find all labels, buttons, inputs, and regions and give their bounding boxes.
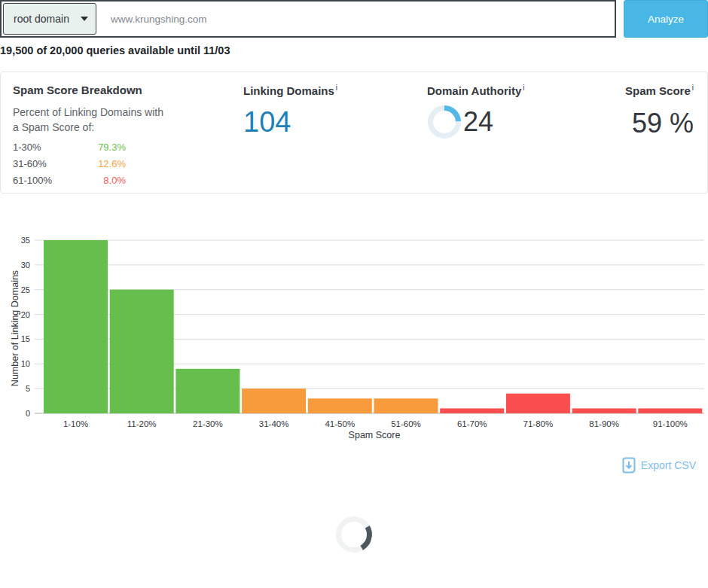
linking-domains-value: 104 — [243, 108, 427, 136]
breakdown-rows: 1-30% 79.3% 31-60% 12.6% 61-100% 8.0% — [13, 142, 243, 186]
loading-spinner-icon — [332, 513, 377, 557]
bar[interactable] — [506, 394, 570, 413]
bar[interactable] — [242, 388, 306, 413]
spam-score-value: 59 % — [596, 108, 694, 139]
breakdown-percent-value: 12.6% — [72, 158, 126, 169]
bar[interactable] — [110, 290, 174, 413]
breakdown-row: 61-100% 8.0% — [13, 175, 243, 186]
svg-text:51-60%: 51-60% — [391, 419, 421, 428]
breakdown-range-label: 31-60% — [13, 158, 72, 169]
breakdown-title: Spam Score Breakdown — [13, 84, 243, 96]
svg-text:71-80%: 71-80% — [523, 419, 554, 428]
domain-authority-value: 24 — [463, 106, 493, 138]
svg-text:30: 30 — [21, 260, 30, 270]
domain-authority-ring-icon — [427, 105, 462, 139]
domain-authority-label: Domain Authority — [427, 84, 521, 97]
export-csv-button[interactable]: Export CSV — [0, 457, 708, 474]
breakdown-percent-value: 79.3% — [72, 142, 126, 153]
info-icon[interactable]: i — [336, 84, 337, 92]
breakdown-row: 1-30% 79.3% — [13, 142, 243, 153]
spam-score-chart-area: 051015202530351-10%11-20%21-30%31-40%41-… — [0, 225, 708, 445]
svg-text:10: 10 — [21, 359, 30, 368]
svg-text:15: 15 — [21, 334, 30, 343]
svg-text:81-90%: 81-90% — [589, 419, 619, 428]
svg-text:1-10%: 1-10% — [63, 419, 88, 428]
svg-text:11-20%: 11-20% — [127, 419, 157, 428]
breakdown-percent-value: 8.0% — [72, 175, 126, 186]
bar[interactable] — [638, 408, 702, 413]
svg-text:Number of Linking Domains: Number of Linking Domains — [10, 270, 20, 386]
linking-domains-stat: Linking Domainsi 104 — [243, 84, 427, 136]
breakdown-range-label: 1-30% — [13, 142, 72, 153]
bar[interactable] — [308, 398, 372, 413]
bar[interactable] — [572, 408, 636, 413]
export-csv-label: Export CSV — [641, 459, 696, 471]
svg-text:41-50%: 41-50% — [325, 419, 355, 428]
chevron-down-icon — [81, 17, 88, 21]
search-box: root domain — [0, 0, 616, 38]
bar[interactable] — [44, 240, 108, 413]
summary-card: Spam Score Breakdown Percent of Linking … — [0, 72, 708, 193]
bar[interactable] — [440, 408, 504, 413]
bar[interactable] — [374, 398, 438, 413]
info-icon[interactable]: i — [523, 84, 524, 92]
svg-text:Spam Score: Spam Score — [349, 430, 401, 440]
svg-text:21-30%: 21-30% — [193, 419, 223, 428]
svg-text:31-40%: 31-40% — [259, 419, 289, 428]
bar[interactable] — [175, 369, 240, 413]
svg-text:35: 35 — [21, 236, 30, 245]
spam-score-stat: Spam Scorei 59 % — [596, 84, 694, 139]
domain-authority-stat: Domain Authorityi 24 — [427, 84, 596, 139]
svg-text:91-100%: 91-100% — [653, 419, 688, 428]
linking-domains-label: Linking Domains — [243, 84, 334, 97]
svg-text:61-70%: 61-70% — [457, 419, 487, 428]
scope-selector-label: root domain — [14, 12, 69, 26]
spam-score-bar-chart: 051015202530351-10%11-20%21-30%31-40%41-… — [0, 225, 708, 442]
analyze-button[interactable]: Analyze — [624, 0, 708, 38]
svg-text:0: 0 — [26, 409, 30, 418]
breakdown-range-label: 61-100% — [13, 175, 72, 186]
scope-selector-dropdown[interactable]: root domain — [3, 3, 96, 35]
query-quota-text: 19,500 of 20,000 queries available until… — [0, 44, 708, 56]
svg-text:20: 20 — [21, 310, 30, 319]
breakdown-row: 31-60% 12.6% — [13, 158, 243, 169]
breakdown-subtitle: Percent of Linking Domains with a Spam S… — [13, 105, 171, 135]
info-icon[interactable]: i — [692, 84, 694, 92]
search-bar: root domain Analyze — [0, 0, 708, 38]
url-input[interactable] — [98, 2, 615, 36]
svg-text:25: 25 — [21, 285, 30, 294]
download-icon — [622, 457, 636, 474]
svg-text:5: 5 — [26, 384, 30, 393]
spam-score-breakdown-section: Spam Score Breakdown Percent of Linking … — [13, 84, 243, 191]
spam-score-label: Spam Score — [625, 84, 691, 97]
